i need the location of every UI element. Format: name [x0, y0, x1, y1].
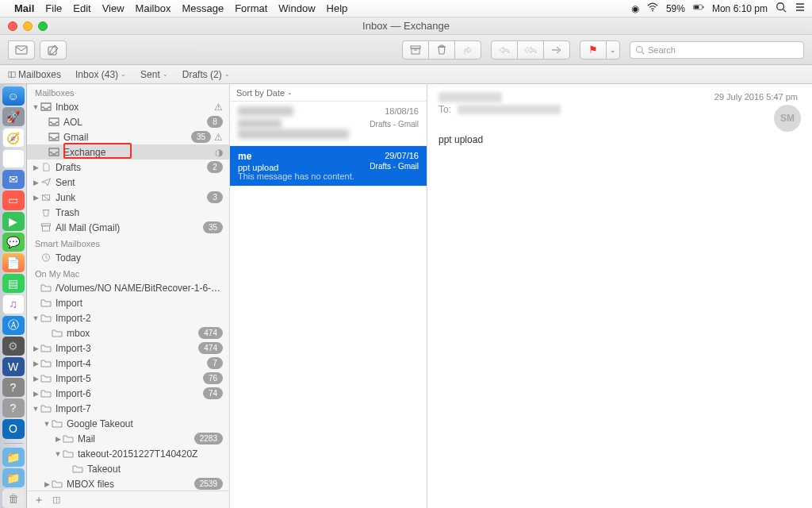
battery-icon[interactable]	[693, 2, 704, 15]
menu-edit[interactable]: Edit	[73, 2, 90, 14]
menu-format[interactable]: Format	[235, 2, 267, 14]
siri-icon[interactable]: ◉	[631, 3, 639, 14]
svg-rect-3	[703, 6, 703, 8]
sort-header[interactable]: Sort by Date⌄	[230, 84, 427, 102]
avatar: SM	[774, 105, 801, 132]
sidebar-gmail[interactable]: Gmail35⚠	[27, 129, 229, 144]
sidebar-import3[interactable]: ▶Import-3474	[27, 341, 229, 356]
sidebar-google-takeout[interactable]: ▼Google Takeout	[27, 416, 229, 431]
menu-view[interactable]: View	[102, 2, 124, 14]
forward-button[interactable]	[543, 40, 570, 60]
folder-icon	[40, 313, 52, 324]
folder-icon	[51, 328, 63, 339]
dock-appstore-icon[interactable]: Ⓐ	[2, 316, 25, 335]
menu-help[interactable]: Help	[327, 2, 348, 14]
sidebar-mbox-files[interactable]: ▶MBOX files2539	[27, 476, 229, 491]
reply-button[interactable]	[491, 40, 518, 60]
dock-app-icon[interactable]: ▭	[2, 190, 25, 210]
dock-facetime-icon[interactable]: ▶	[2, 212, 25, 231]
message-content: 29 July 2016 5:47 pm SM To: ppt upload	[427, 84, 812, 508]
dock-downloads-icon[interactable]: 📁	[2, 468, 25, 487]
fav-drafts[interactable]: Drafts (2)⌄	[182, 69, 230, 80]
fav-inbox[interactable]: Inbox (43)⌄	[75, 69, 126, 80]
message-date: 29 July 2016 5:47 pm	[714, 92, 798, 102]
search-placeholder: Search	[648, 45, 676, 55]
sidebar-import5[interactable]: ▶Import-576	[27, 371, 229, 386]
dock-pages-icon[interactable]: 📄	[2, 253, 25, 272]
archive-button[interactable]	[402, 40, 429, 60]
dock-folder-icon[interactable]: 📁	[2, 448, 25, 467]
wifi-icon[interactable]	[647, 2, 658, 15]
dock-launchpad-icon[interactable]: 🚀	[2, 107, 25, 126]
macos-dock: ☺ 🚀 🧭 ◯ ✉ ▭ ▶ 💬 📄 ▤ ♫ Ⓐ ⚙ W ? ? O 📁 📁 🗑	[0, 84, 27, 508]
dock-help-icon[interactable]: ?	[2, 398, 25, 418]
dock-terminal-icon[interactable]: ?	[2, 378, 25, 397]
sidebar-trash[interactable]: Trash	[27, 205, 229, 220]
flag-menu-button[interactable]: ⌄	[606, 40, 620, 60]
menu-message[interactable]: Message	[182, 2, 224, 14]
notification-center-icon[interactable]	[795, 2, 806, 15]
fav-sent[interactable]: Sent⌄	[140, 69, 168, 80]
sidebar-sent[interactable]: ▶Sent	[27, 175, 229, 190]
sidebar-volumes[interactable]: /Volumes/NO NAME/BitRecover-1-6-2016 20-…	[27, 280, 229, 295]
sidebar-import2[interactable]: ▼Import-2	[27, 310, 229, 325]
mail-toolbar: ⚑ ⌄ Search	[0, 35, 812, 65]
menu-mailbox[interactable]: Mailbox	[136, 2, 171, 14]
sidebar-mbox[interactable]: mbox474	[27, 325, 229, 341]
dock-trash-icon[interactable]: 🗑	[2, 489, 25, 508]
menu-app[interactable]: Mail	[14, 2, 34, 14]
delete-button[interactable]	[428, 40, 455, 60]
menu-window[interactable]: Window	[278, 2, 315, 14]
show-activity-button[interactable]: ◫	[52, 495, 60, 505]
sidebar-junk[interactable]: ▶Junk3	[27, 190, 229, 205]
junk-button[interactable]	[454, 40, 481, 60]
sidebar-allmail[interactable]: All Mail (Gmail)35	[27, 220, 229, 235]
dock-word-icon[interactable]: W	[2, 357, 25, 376]
sidebar-today[interactable]: Today	[27, 250, 229, 265]
dock-settings-icon[interactable]: ⚙	[2, 337, 25, 356]
message-item[interactable]: 18/08/16 Drafts - Gmail	[230, 102, 427, 146]
dock-wechat-icon[interactable]: 💬	[2, 233, 25, 252]
sidebar-takeout-inner[interactable]: Takeout	[27, 461, 229, 476]
spotlight-icon[interactable]	[776, 2, 787, 15]
mailboxes-toggle[interactable]: Mailboxes	[8, 69, 61, 80]
sidebar-aol[interactable]: AOL8	[27, 114, 229, 129]
to-row: To:	[439, 104, 801, 115]
clock-icon	[40, 252, 52, 264]
dock-outlook-icon[interactable]: O	[2, 419, 25, 438]
sent-icon	[40, 177, 52, 188]
dock-safari-icon[interactable]: 🧭	[2, 128, 25, 147]
folder-icon	[40, 343, 52, 354]
dock-itunes-icon[interactable]: ♫	[2, 294, 25, 314]
search-field[interactable]: Search	[630, 41, 804, 59]
flag-button[interactable]: ⚑	[580, 40, 607, 60]
sidebar-import4[interactable]: ▶Import-47	[27, 356, 229, 371]
dock-chrome-icon[interactable]: ◯	[2, 149, 25, 168]
sidebar-import6[interactable]: ▶Import-674	[27, 386, 229, 401]
sidebar-import[interactable]: Import	[27, 295, 229, 310]
svg-rect-21	[42, 226, 49, 231]
message-item-selected[interactable]: me29/07/16 ppt upload Drafts - Gmail Thi…	[230, 146, 427, 187]
dock-mail-icon[interactable]: ✉	[2, 170, 25, 189]
folder-icon	[40, 283, 52, 294]
sidebar-takeout-zip[interactable]: ▼takeout-20151227T140420Z	[27, 446, 229, 461]
section-onmymac: On My Mac	[27, 265, 229, 280]
sidebar-gmail-folder[interactable]: ▶Mail2283	[27, 431, 229, 446]
sidebar-inbox[interactable]: ▼Inbox⚠	[27, 99, 229, 114]
dock-finder-icon[interactable]: ☺	[2, 87, 25, 106]
activity-icon: ◑	[215, 147, 223, 158]
menu-file[interactable]: File	[45, 2, 62, 14]
sidebar-drafts[interactable]: ▶Drafts2	[27, 160, 229, 175]
add-mailbox-button[interactable]: ＋	[33, 493, 44, 507]
compose-button[interactable]	[40, 40, 67, 60]
reply-all-button[interactable]	[517, 40, 544, 60]
window-titlebar: Inbox — Exchange	[0, 17, 812, 35]
folder-icon	[62, 433, 75, 444]
favorites-bar: Mailboxes Inbox (43)⌄ Sent⌄ Drafts (2)⌄	[0, 65, 812, 84]
sidebar-exchange[interactable]: Exchange◑	[27, 144, 229, 160]
folder-icon	[40, 358, 52, 369]
menubar-clock[interactable]: Mon 6:10 pm	[712, 3, 768, 14]
get-mail-button[interactable]	[8, 40, 35, 60]
sidebar-import7[interactable]: ▼Import-7	[27, 401, 229, 416]
dock-numbers-icon[interactable]: ▤	[2, 274, 25, 293]
